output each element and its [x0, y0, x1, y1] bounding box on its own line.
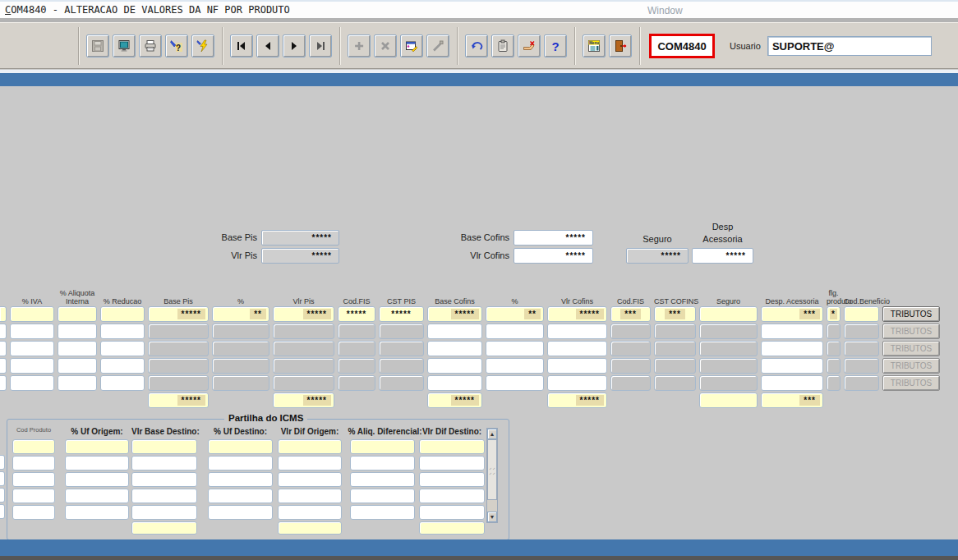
cell-cod-produto[interactable]	[12, 505, 55, 520]
base-pis-field[interactable]: *****	[261, 230, 339, 246]
total-seguro[interactable]	[699, 392, 758, 408]
cell-cod-beneficio[interactable]	[844, 375, 879, 391]
exit-button[interactable]	[609, 34, 632, 57]
cell-desp-acessoria[interactable]	[761, 324, 823, 339]
delete-record-button[interactable]	[374, 34, 397, 57]
tributos-button-disabled[interactable]: TRIBUTOS	[882, 324, 940, 339]
cell-cod-fis-cofins[interactable]	[610, 341, 651, 356]
cell-pct-pis[interactable]	[212, 324, 269, 339]
cell-cst-pis[interactable]	[379, 341, 424, 356]
cell-pct-cofins[interactable]: **	[486, 306, 544, 322]
cell-base-cofins[interactable]	[427, 375, 482, 391]
cell-reducao[interactable]	[100, 358, 145, 374]
insert-record-button[interactable]	[348, 34, 371, 57]
total-vlr-dif-origem[interactable]	[278, 521, 342, 535]
cell-aliq-diferencial[interactable]	[350, 505, 415, 520]
cell-iva[interactable]	[10, 341, 54, 356]
cell-iva[interactable]	[10, 358, 54, 374]
total-vlr-cofins[interactable]: *****	[547, 392, 607, 408]
cell-base-cofins[interactable]: *****	[427, 306, 482, 322]
cell-seguro[interactable]	[699, 306, 758, 322]
cell-cutoff[interactable]	[0, 358, 7, 374]
cell-aliq-diferencial[interactable]	[350, 439, 415, 454]
user-field[interactable]: SUPORTE@	[767, 36, 932, 56]
scrollbar-thumb[interactable]: ⸝⸝⸝⸝	[487, 439, 497, 500]
cell-cod-produto[interactable]	[12, 472, 55, 487]
cell-uf-destino[interactable]	[208, 472, 273, 487]
cell-cod-beneficio[interactable]	[844, 358, 879, 374]
base-cofins-field[interactable]: *****	[514, 230, 593, 246]
partilha-scrollbar[interactable]: ▲ ⸝⸝⸝⸝ ▼	[486, 428, 498, 523]
cell-pct-cofins[interactable]	[486, 358, 544, 374]
total-desp-acessoria[interactable]: ***	[761, 392, 823, 408]
tributos-button-disabled[interactable]: TRIBUTOS	[882, 375, 940, 391]
cell-cod-produto[interactable]	[12, 456, 55, 470]
execute-query-button[interactable]	[191, 34, 214, 57]
cell-reducao[interactable]	[100, 306, 145, 322]
cell-base-cofins[interactable]	[427, 358, 482, 374]
window-menu[interactable]: Window	[647, 5, 683, 16]
cell-vlr-cofins[interactable]	[547, 358, 607, 374]
lock-record-button[interactable]	[518, 34, 541, 57]
cell-base-pis[interactable]	[148, 358, 209, 374]
cell-cod-beneficio[interactable]	[844, 341, 879, 356]
cell-cst-cofins[interactable]: ***	[654, 306, 696, 322]
cell-cst-cofins[interactable]	[654, 341, 696, 356]
cell-vlr-dif-destino[interactable]	[419, 489, 485, 503]
cell-desp-acessoria[interactable]	[761, 341, 823, 356]
cell-cutoff[interactable]	[0, 306, 7, 322]
cell-cst-pis[interactable]	[379, 358, 424, 374]
cell-base-cofins[interactable]	[427, 324, 482, 339]
total-base-cofins[interactable]: *****	[427, 392, 482, 408]
cell-vlr-dif-destino[interactable]	[419, 505, 485, 520]
first-record-button[interactable]	[230, 34, 253, 57]
cell-vlr-dif-destino[interactable]	[419, 472, 485, 487]
cell-aliq-diferencial[interactable]	[350, 489, 415, 503]
cell-cod-fis-pis[interactable]: *****	[338, 306, 375, 322]
cell-vlr-pis[interactable]	[273, 375, 334, 391]
last-record-button[interactable]	[309, 34, 332, 57]
cell-vlr-base-destino[interactable]	[131, 456, 197, 470]
cell-vlr-pis[interactable]: *****	[273, 306, 334, 322]
cell-base-pis[interactable]	[148, 324, 209, 339]
cell-vlr-dif-origem[interactable]	[278, 505, 342, 520]
cell-cod-fis-cofins[interactable]	[610, 324, 651, 339]
cell-cod-fis-pis[interactable]	[338, 324, 375, 339]
cell-flg-produto[interactable]	[827, 375, 841, 391]
enter-query-button[interactable]: ?	[165, 34, 188, 57]
cell-seguro[interactable]	[699, 341, 758, 356]
cell-vlr-dif-destino[interactable]	[419, 439, 485, 454]
vlr-pis-field[interactable]: *****	[261, 248, 339, 264]
cell-vlr-cofins[interactable]	[547, 341, 607, 356]
cell-pct-pis[interactable]	[212, 375, 269, 391]
cell-pct-cofins[interactable]	[486, 324, 544, 339]
previous-record-button[interactable]	[256, 34, 279, 57]
cell-cod-produto[interactable]	[12, 489, 55, 503]
cell-flg-produto[interactable]	[827, 324, 841, 339]
cell-vlr-base-destino[interactable]	[131, 489, 197, 503]
total-vlr-base-destino[interactable]	[131, 521, 197, 535]
cell-cutoff[interactable]	[0, 471, 5, 486]
edit-record-button[interactable]	[400, 34, 423, 57]
cell-flg-produto[interactable]	[827, 358, 841, 374]
cell-reducao[interactable]	[100, 375, 145, 391]
cell-aliquota-interna[interactable]	[58, 306, 97, 322]
cell-base-pis[interactable]	[148, 375, 209, 391]
cell-reducao[interactable]	[100, 324, 145, 339]
cell-aliquota-interna[interactable]	[58, 341, 97, 356]
cell-cst-cofins[interactable]	[654, 324, 696, 339]
cell-iva[interactable]	[10, 324, 54, 339]
cell-cutoff[interactable]	[0, 341, 7, 356]
cell-vlr-pis[interactable]	[273, 341, 334, 356]
cell-uf-origem[interactable]	[65, 472, 129, 487]
scroll-down-arrow[interactable]: ▼	[487, 512, 497, 522]
cell-cod-fis-cofins[interactable]: ***	[610, 306, 651, 322]
cell-flg-produto[interactable]	[827, 341, 841, 356]
cell-uf-origem[interactable]	[65, 505, 129, 520]
tributos-button-disabled[interactable]: TRIBUTOS	[882, 341, 940, 356]
cell-uf-destino[interactable]	[208, 456, 273, 470]
cell-cutoff[interactable]	[0, 455, 5, 470]
desp-acessoria-field[interactable]: *****	[692, 248, 753, 264]
cell-uf-origem[interactable]	[65, 456, 129, 470]
help-button[interactable]: ?	[544, 34, 567, 57]
